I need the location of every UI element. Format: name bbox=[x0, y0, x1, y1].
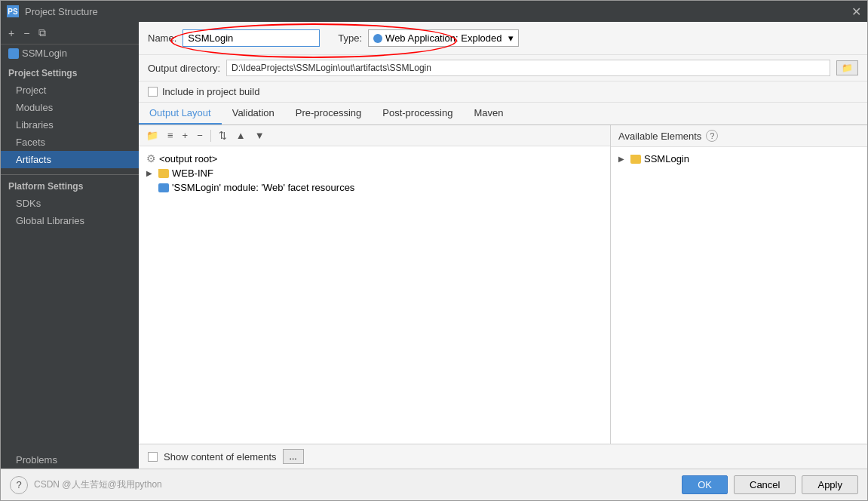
sidebar-item-project-label: Project bbox=[16, 85, 46, 96]
toolbar-folder-btn[interactable]: 📁 bbox=[143, 128, 161, 143]
toolbar-remove-btn[interactable]: − bbox=[194, 128, 206, 143]
toolbar-down-btn[interactable]: ▼ bbox=[252, 128, 268, 143]
copy-button[interactable]: ⧉ bbox=[35, 25, 49, 41]
tree-item-ssmlogin-module-label: 'SSMLogin' module: 'Web' facet resources bbox=[172, 182, 354, 193]
help-button[interactable]: ? bbox=[10, 476, 28, 494]
platform-settings-header: Platform Settings bbox=[1, 175, 139, 195]
include-row: Include in project build bbox=[139, 81, 867, 103]
artifact-item-label: SSMLogin bbox=[22, 48, 67, 59]
footer: ? CSDN @人生苦短@我用python OK Cancel Apply bbox=[1, 469, 867, 500]
type-value: Web Application: Exploded bbox=[385, 32, 501, 44]
show-content-label: Show content of elements bbox=[164, 451, 277, 463]
sidebar-item-libraries-label: Libraries bbox=[16, 119, 54, 131]
tab-output-layout[interactable]: Output Layout bbox=[139, 103, 222, 124]
sidebar-item-modules[interactable]: Modules bbox=[1, 99, 139, 116]
title-bar: PS Project Structure ✕ bbox=[1, 1, 867, 22]
available-tree-item-ssmlogin-label: SSMLogin bbox=[644, 153, 689, 164]
artifact-list-item[interactable]: SSMLogin bbox=[1, 45, 139, 62]
title-bar-left: PS Project Structure bbox=[7, 5, 98, 17]
sidebar-item-facets[interactable]: Facets bbox=[1, 134, 139, 151]
sidebar-item-sdks[interactable]: SDKs bbox=[1, 195, 139, 212]
window-title: Project Structure bbox=[25, 6, 98, 17]
sidebar-item-global-libraries[interactable]: Global Libraries bbox=[1, 212, 139, 229]
show-content-checkbox[interactable] bbox=[148, 452, 158, 462]
toolbar-add-btn[interactable]: + bbox=[179, 128, 192, 143]
sidebar-item-problems[interactable]: Problems bbox=[1, 451, 139, 469]
name-input[interactable] bbox=[182, 29, 320, 47]
tree-item-output-root[interactable]: ⚙ <output root> bbox=[143, 151, 606, 166]
toolbar-list-btn[interactable]: ≡ bbox=[164, 128, 176, 143]
toolbar-separator bbox=[210, 130, 211, 142]
folder-icon-webinf bbox=[158, 169, 169, 178]
available-header: Available Elements ? bbox=[611, 125, 867, 147]
available-tree-item-ssmlogin[interactable]: ▶ SSMLogin bbox=[615, 152, 863, 166]
sidebar-item-problems-label: Problems bbox=[16, 454, 57, 466]
output-dir-row: Output directory: 📁 bbox=[139, 55, 867, 81]
sidebar-item-modules-label: Modules bbox=[16, 102, 53, 113]
project-structure-window: PS Project Structure ✕ + − ⧉ SSMLogin Pr… bbox=[0, 0, 868, 501]
chevron-down-icon: ▾ bbox=[508, 32, 514, 44]
ok-button[interactable]: OK bbox=[682, 475, 728, 494]
tab-maven[interactable]: Maven bbox=[463, 103, 514, 124]
output-dir-input[interactable] bbox=[226, 60, 830, 76]
available-tree: ▶ SSMLogin bbox=[611, 147, 867, 444]
tab-post-processing[interactable]: Post-processing bbox=[372, 103, 463, 124]
expand-arrow-webinf: ▶ bbox=[146, 169, 155, 177]
sidebar-item-project[interactable]: Project bbox=[1, 81, 139, 99]
footer-watermark: CSDN @人生苦短@我用python bbox=[34, 478, 676, 491]
module-icon bbox=[158, 183, 169, 192]
tree-item-webinf[interactable]: ▶ WEB-INF bbox=[143, 166, 606, 180]
tab-pre-processing[interactable]: Pre-processing bbox=[285, 103, 372, 124]
sidebar-item-sdks-label: SDKs bbox=[16, 198, 41, 209]
include-label: Include in project build bbox=[162, 86, 259, 97]
name-row-wrapper: Name: Type: Web Application: Exploded ▾ bbox=[139, 22, 867, 55]
include-checkbox[interactable] bbox=[148, 87, 158, 97]
browse-button[interactable]: 📁 bbox=[836, 60, 858, 75]
add-button[interactable]: + bbox=[5, 26, 17, 41]
close-button[interactable]: ✕ bbox=[851, 5, 861, 19]
help-icon[interactable]: ? bbox=[706, 130, 718, 142]
app-icon: PS bbox=[7, 5, 19, 17]
apply-button[interactable]: Apply bbox=[802, 475, 858, 494]
bottom-bar: Show content of elements ... bbox=[139, 444, 867, 469]
sidebar-item-global-libraries-label: Global Libraries bbox=[16, 215, 84, 226]
type-select[interactable]: Web Application: Exploded ▾ bbox=[368, 29, 519, 47]
cancel-button[interactable]: Cancel bbox=[734, 475, 796, 494]
name-label: Name: bbox=[148, 32, 176, 44]
tree-item-root-label: <output root> bbox=[159, 153, 217, 164]
output-layout-tree: ⚙ <output root> ▶ WEB-INF 'SSMLogin' bbox=[139, 146, 610, 444]
output-layout-panel: 📁 ≡ + − ⇅ ▲ ▼ ⚙ <output root> bbox=[139, 125, 611, 444]
available-panel: Available Elements ? ▶ SSMLogin bbox=[611, 125, 867, 444]
tab-validation[interactable]: Validation bbox=[222, 103, 285, 124]
type-label: Type: bbox=[338, 32, 362, 44]
main-content: + − ⧉ SSMLogin Project Settings Project … bbox=[1, 22, 867, 469]
folder-icon-ssmlogin bbox=[630, 155, 641, 164]
tabs-row: Output Layout Validation Pre-processing … bbox=[139, 103, 867, 125]
sidebar-item-facets-label: Facets bbox=[16, 137, 45, 148]
tree-item-webinf-label: WEB-INF bbox=[172, 168, 213, 179]
output-dir-label: Output directory: bbox=[148, 63, 220, 74]
content-area: 📁 ≡ + − ⇅ ▲ ▼ ⚙ <output root> bbox=[139, 125, 867, 444]
sidebar-toolbar: + − ⧉ bbox=[1, 22, 139, 45]
artifact-icon bbox=[8, 48, 19, 59]
name-row: Name: Type: Web Application: Exploded ▾ bbox=[139, 22, 867, 55]
project-settings-header: Project Settings bbox=[1, 62, 139, 81]
sidebar-item-artifacts[interactable]: Artifacts bbox=[1, 151, 139, 168]
web-app-icon bbox=[373, 34, 382, 43]
tree-item-ssmlogin-module[interactable]: 'SSMLogin' module: 'Web' facet resources bbox=[143, 180, 606, 195]
right-panel: Name: Type: Web Application: Exploded ▾ … bbox=[139, 22, 867, 469]
toolbar-sort-btn[interactable]: ⇅ bbox=[216, 128, 230, 143]
available-elements-title: Available Elements bbox=[618, 131, 701, 142]
toolbar-up-btn[interactable]: ▲ bbox=[233, 128, 249, 143]
ellipsis-button[interactable]: ... bbox=[283, 449, 304, 464]
sidebar: + − ⧉ SSMLogin Project Settings Project … bbox=[1, 22, 139, 469]
root-icon: ⚙ bbox=[146, 152, 156, 164]
sidebar-item-artifacts-label: Artifacts bbox=[16, 154, 51, 165]
sidebar-item-libraries[interactable]: Libraries bbox=[1, 116, 139, 134]
remove-button[interactable]: − bbox=[20, 26, 32, 41]
output-layout-toolbar: 📁 ≡ + − ⇅ ▲ ▼ bbox=[139, 125, 610, 146]
expand-arrow-ssmlogin: ▶ bbox=[618, 155, 627, 163]
